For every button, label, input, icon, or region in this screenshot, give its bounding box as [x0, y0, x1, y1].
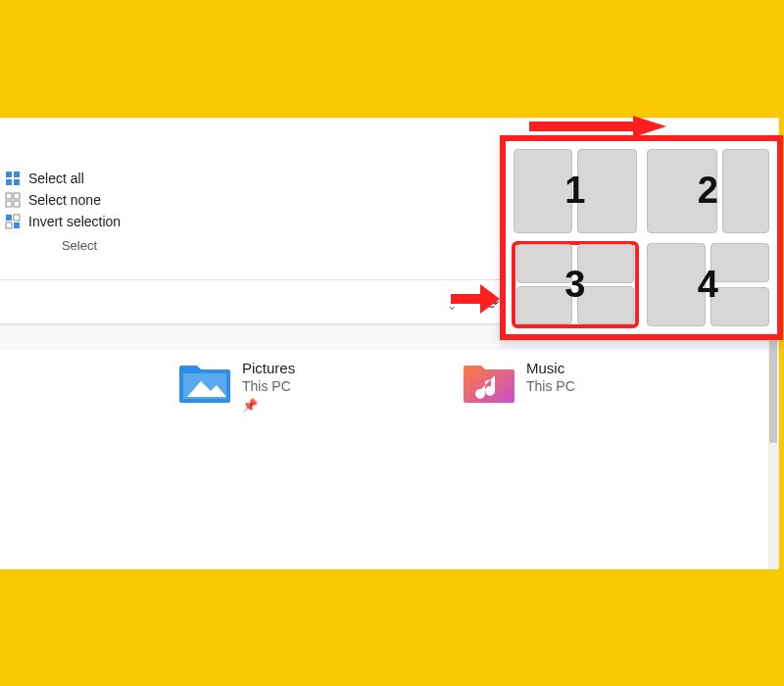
select-all-button[interactable]: Select all: [1, 168, 158, 189]
pictures-folder-icon: [177, 360, 232, 405]
content-area: ments C Pictures This PC 📌: [0, 324, 778, 569]
select-group: Select all Select none Invert: [1, 168, 158, 253]
snap-option-2[interactable]: 2: [647, 149, 770, 233]
vertical-scrollbar[interactable]: [768, 325, 778, 569]
svg-marker-16: [480, 284, 500, 314]
folder-title: Pictures: [242, 360, 295, 376]
select-group-label: Select: [1, 238, 158, 253]
svg-rect-1: [14, 172, 20, 177]
folder-subtitle: This PC: [526, 378, 575, 394]
snap-layout-popup: 1 2 3 4: [500, 135, 783, 340]
select-none-label: Select none: [28, 192, 101, 208]
svg-rect-6: [6, 201, 12, 207]
svg-rect-11: [14, 222, 20, 228]
svg-rect-5: [14, 193, 20, 199]
folder-subtitle: This PC: [242, 378, 295, 394]
select-none-button[interactable]: Select none: [1, 189, 158, 211]
snap-option-3[interactable]: 3: [514, 243, 637, 327]
folder-title: Music: [526, 360, 575, 376]
svg-rect-10: [6, 222, 12, 228]
svg-rect-3: [14, 179, 20, 185]
pin-icon: 📌: [242, 398, 295, 413]
select-all-icon: [5, 171, 21, 186]
svg-rect-13: [529, 122, 637, 131]
invert-selection-label: Invert selection: [28, 214, 121, 229]
select-all-label: Select all: [28, 171, 84, 186]
svg-rect-8: [6, 215, 12, 220]
content-panel: ments C Pictures This PC 📌: [0, 350, 770, 569]
annotation-arrow-left: [451, 284, 500, 314]
scrollbar-thumb[interactable]: [769, 325, 777, 443]
music-folder-icon: [462, 360, 516, 405]
svg-marker-14: [633, 116, 666, 137]
folder-music[interactable]: Music This PC: [462, 360, 575, 405]
select-none-icon: [5, 192, 21, 208]
svg-rect-15: [451, 294, 482, 304]
invert-selection-button[interactable]: Invert selection: [1, 211, 158, 232]
snap-option-4[interactable]: 4: [647, 243, 770, 327]
svg-rect-4: [6, 193, 12, 199]
snap-option-1[interactable]: 1: [514, 149, 637, 233]
annotation-arrow-top: [529, 116, 666, 137]
folder-pictures[interactable]: Pictures This PC 📌: [177, 360, 295, 413]
svg-rect-2: [6, 179, 12, 185]
svg-rect-9: [14, 215, 20, 220]
invert-selection-icon: [5, 214, 21, 229]
svg-rect-7: [14, 201, 20, 207]
svg-rect-0: [6, 172, 12, 177]
